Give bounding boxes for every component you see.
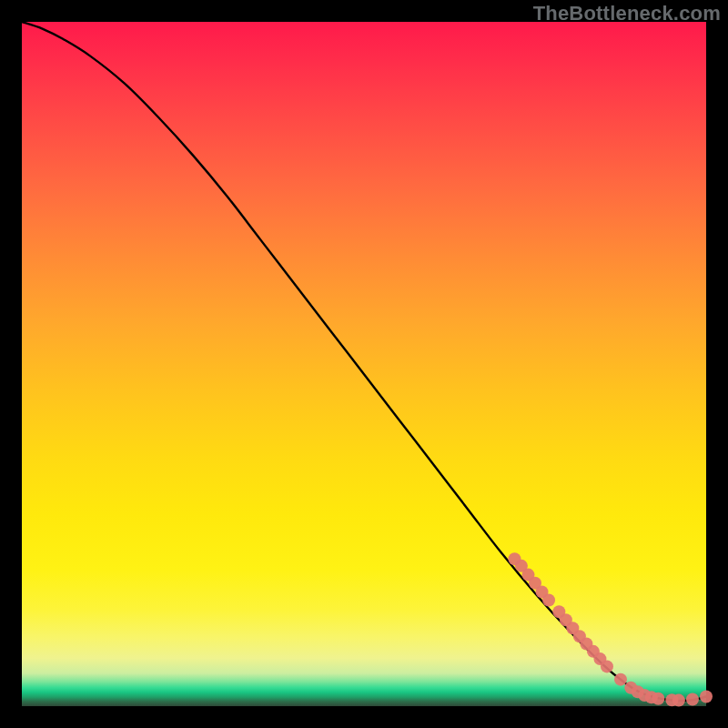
watermark-label: TheBottleneck.com bbox=[533, 2, 721, 25]
data-marker bbox=[652, 693, 664, 705]
chart-frame: TheBottleneck.com bbox=[0, 0, 728, 728]
data-marker bbox=[700, 690, 713, 703]
marker-group bbox=[508, 552, 713, 706]
data-marker bbox=[542, 593, 555, 606]
bottleneck-curve bbox=[22, 22, 706, 701]
data-marker bbox=[686, 693, 699, 705]
chart-svg bbox=[22, 22, 706, 706]
data-marker bbox=[601, 660, 613, 672]
data-marker bbox=[672, 694, 685, 707]
data-marker bbox=[614, 673, 627, 686]
